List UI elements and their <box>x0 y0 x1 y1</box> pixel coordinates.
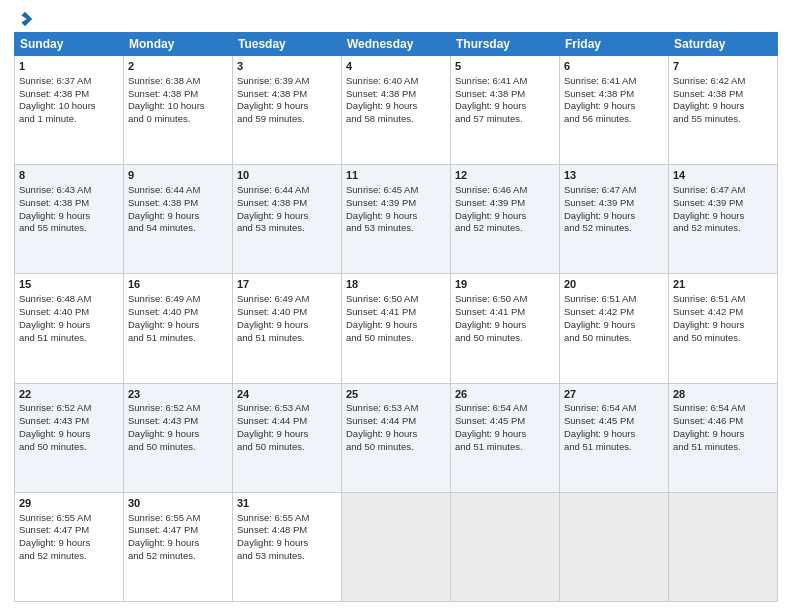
cell-line: Daylight: 9 hours <box>237 428 337 441</box>
cell-line: Sunset: 4:38 PM <box>237 88 337 101</box>
cell-line: Daylight: 9 hours <box>346 428 446 441</box>
cell-line: Sunset: 4:40 PM <box>128 306 228 319</box>
cell-line: Daylight: 9 hours <box>455 210 555 223</box>
cell-line: and 51 minutes. <box>564 441 664 454</box>
day-number: 6 <box>564 59 664 74</box>
cell-line: Sunset: 4:45 PM <box>564 415 664 428</box>
weekday-header: Thursday <box>451 33 560 56</box>
cell-line: Sunset: 4:43 PM <box>19 415 119 428</box>
calendar-week-row: 8Sunrise: 6:43 AMSunset: 4:38 PMDaylight… <box>15 165 778 274</box>
cell-line: and 52 minutes. <box>673 222 773 235</box>
cell-line: Sunrise: 6:49 AM <box>237 293 337 306</box>
cell-line: Sunset: 4:40 PM <box>19 306 119 319</box>
cell-line: Daylight: 9 hours <box>237 210 337 223</box>
cell-line: and 50 minutes. <box>564 332 664 345</box>
day-number: 9 <box>128 168 228 183</box>
day-number: 24 <box>237 387 337 402</box>
cell-line: and 50 minutes. <box>128 441 228 454</box>
cell-line: and 50 minutes. <box>237 441 337 454</box>
day-number: 18 <box>346 277 446 292</box>
cell-line: and 53 minutes. <box>237 222 337 235</box>
calendar-cell: 10Sunrise: 6:44 AMSunset: 4:38 PMDayligh… <box>233 165 342 274</box>
cell-line: Sunrise: 6:41 AM <box>455 75 555 88</box>
cell-line: Sunrise: 6:38 AM <box>128 75 228 88</box>
cell-line: Daylight: 9 hours <box>19 428 119 441</box>
cell-line: Sunrise: 6:54 AM <box>673 402 773 415</box>
cell-line: and 56 minutes. <box>564 113 664 126</box>
calendar-cell: 25Sunrise: 6:53 AMSunset: 4:44 PMDayligh… <box>342 383 451 492</box>
cell-line: Sunrise: 6:42 AM <box>673 75 773 88</box>
cell-line: Daylight: 10 hours <box>128 100 228 113</box>
cell-line: Sunset: 4:38 PM <box>346 88 446 101</box>
calendar-cell: 6Sunrise: 6:41 AMSunset: 4:38 PMDaylight… <box>560 56 669 165</box>
cell-line: Daylight: 9 hours <box>346 210 446 223</box>
calendar-cell: 8Sunrise: 6:43 AMSunset: 4:38 PMDaylight… <box>15 165 124 274</box>
calendar-cell: 19Sunrise: 6:50 AMSunset: 4:41 PMDayligh… <box>451 274 560 383</box>
header <box>14 10 778 26</box>
cell-line: Daylight: 9 hours <box>346 100 446 113</box>
cell-line: and 51 minutes. <box>455 441 555 454</box>
calendar-cell: 22Sunrise: 6:52 AMSunset: 4:43 PMDayligh… <box>15 383 124 492</box>
cell-line: Sunrise: 6:55 AM <box>237 512 337 525</box>
cell-line: Sunrise: 6:45 AM <box>346 184 446 197</box>
day-number: 8 <box>19 168 119 183</box>
cell-line: Daylight: 9 hours <box>564 210 664 223</box>
day-number: 3 <box>237 59 337 74</box>
calendar-cell: 13Sunrise: 6:47 AMSunset: 4:39 PMDayligh… <box>560 165 669 274</box>
weekday-header: Wednesday <box>342 33 451 56</box>
cell-line: Sunset: 4:44 PM <box>237 415 337 428</box>
calendar-cell: 16Sunrise: 6:49 AMSunset: 4:40 PMDayligh… <box>124 274 233 383</box>
cell-line: and 50 minutes. <box>673 332 773 345</box>
cell-line: Sunset: 4:46 PM <box>673 415 773 428</box>
calendar-cell: 28Sunrise: 6:54 AMSunset: 4:46 PMDayligh… <box>669 383 778 492</box>
weekday-header: Sunday <box>15 33 124 56</box>
cell-line: Sunrise: 6:52 AM <box>19 402 119 415</box>
cell-line: and 55 minutes. <box>19 222 119 235</box>
cell-line: and 59 minutes. <box>237 113 337 126</box>
calendar-cell: 23Sunrise: 6:52 AMSunset: 4:43 PMDayligh… <box>124 383 233 492</box>
cell-line: Sunset: 4:42 PM <box>673 306 773 319</box>
calendar-week-row: 15Sunrise: 6:48 AMSunset: 4:40 PMDayligh… <box>15 274 778 383</box>
calendar-cell <box>451 492 560 601</box>
day-number: 27 <box>564 387 664 402</box>
cell-line: and 54 minutes. <box>128 222 228 235</box>
day-number: 11 <box>346 168 446 183</box>
cell-line: Daylight: 9 hours <box>346 319 446 332</box>
day-number: 20 <box>564 277 664 292</box>
calendar-cell: 4Sunrise: 6:40 AMSunset: 4:38 PMDaylight… <box>342 56 451 165</box>
cell-line: Daylight: 9 hours <box>673 100 773 113</box>
cell-line: Sunset: 4:40 PM <box>237 306 337 319</box>
day-number: 17 <box>237 277 337 292</box>
cell-line: and 58 minutes. <box>346 113 446 126</box>
day-number: 5 <box>455 59 555 74</box>
cell-line: and 57 minutes. <box>455 113 555 126</box>
cell-line: Sunrise: 6:40 AM <box>346 75 446 88</box>
cell-line: Sunrise: 6:51 AM <box>673 293 773 306</box>
cell-line: Sunset: 4:39 PM <box>673 197 773 210</box>
cell-line: Sunset: 4:39 PM <box>564 197 664 210</box>
cell-line: Sunset: 4:41 PM <box>455 306 555 319</box>
cell-line: Sunrise: 6:53 AM <box>237 402 337 415</box>
day-number: 28 <box>673 387 773 402</box>
cell-line: Daylight: 9 hours <box>455 428 555 441</box>
cell-line: Daylight: 9 hours <box>128 537 228 550</box>
day-number: 10 <box>237 168 337 183</box>
cell-line: and 50 minutes. <box>19 441 119 454</box>
calendar-cell: 24Sunrise: 6:53 AMSunset: 4:44 PMDayligh… <box>233 383 342 492</box>
calendar-cell: 1Sunrise: 6:37 AMSunset: 4:38 PMDaylight… <box>15 56 124 165</box>
day-number: 1 <box>19 59 119 74</box>
cell-line: Sunrise: 6:44 AM <box>237 184 337 197</box>
cell-line: Daylight: 9 hours <box>237 319 337 332</box>
cell-line: Sunset: 4:38 PM <box>128 197 228 210</box>
svg-marker-0 <box>21 12 32 26</box>
day-number: 29 <box>19 496 119 511</box>
cell-line: and 52 minutes. <box>455 222 555 235</box>
cell-line: Daylight: 9 hours <box>19 537 119 550</box>
cell-line: Sunset: 4:45 PM <box>455 415 555 428</box>
day-number: 31 <box>237 496 337 511</box>
cell-line: and 53 minutes. <box>346 222 446 235</box>
cell-line: and 0 minutes. <box>128 113 228 126</box>
cell-line: Daylight: 9 hours <box>128 428 228 441</box>
cell-line: Sunrise: 6:52 AM <box>128 402 228 415</box>
calendar-cell: 12Sunrise: 6:46 AMSunset: 4:39 PMDayligh… <box>451 165 560 274</box>
